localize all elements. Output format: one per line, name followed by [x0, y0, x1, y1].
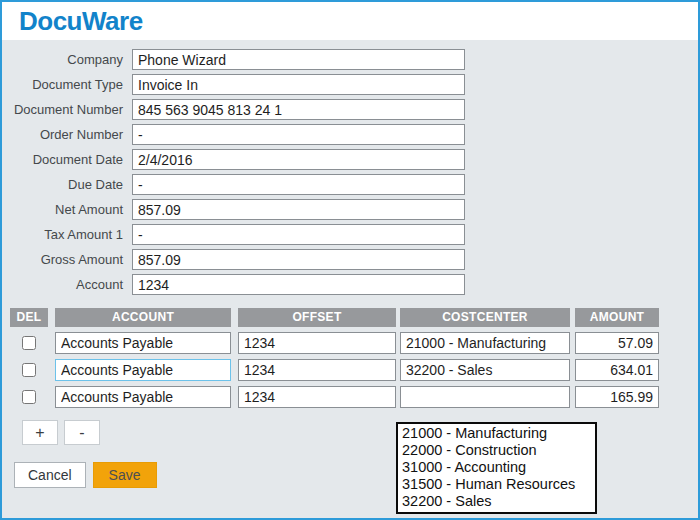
form-row-document-date: Document Date [2, 149, 698, 170]
save-button[interactable]: Save [93, 462, 157, 488]
form-row-document-number: Document Number [2, 99, 698, 120]
form-row-company: Company [2, 49, 698, 70]
add-row-button[interactable]: + [22, 420, 58, 445]
row1-delete-checkbox[interactable] [22, 336, 36, 350]
column-header-del: DEL [10, 308, 48, 327]
form-row-account: Account [2, 274, 698, 295]
due-date-label: Due Date [2, 177, 132, 192]
column-header-amount: AMOUNT [575, 308, 659, 327]
form-row-tax-amount: Tax Amount 1 [2, 224, 698, 245]
tax-amount-input[interactable] [132, 224, 465, 245]
row1-costcenter-input[interactable] [400, 332, 570, 354]
order-number-label: Order Number [2, 127, 132, 142]
dropdown-option-human-resources[interactable]: 31500 - Human Resources [398, 476, 595, 493]
content-area: Company Document Type Document Number Or… [2, 40, 698, 518]
form-row-net-amount: Net Amount [2, 199, 698, 220]
row3-costcenter-input[interactable] [400, 386, 570, 408]
table-row [10, 385, 698, 408]
column-header-offset: OFFSET [238, 308, 396, 327]
table-row [10, 331, 698, 354]
row2-amount-input[interactable] [575, 359, 659, 381]
row2-costcenter-input[interactable] [400, 359, 570, 381]
company-label: Company [2, 52, 132, 67]
costcenter-dropdown: 21000 - Manufacturing 22000 - Constructi… [396, 422, 597, 514]
dropdown-option-construction[interactable]: 22000 - Construction [398, 442, 595, 459]
row3-account-input[interactable] [55, 386, 231, 408]
company-input[interactable] [132, 49, 465, 70]
remove-row-button[interactable]: - [64, 420, 100, 445]
column-header-costcenter: COSTCENTER [400, 308, 570, 327]
row3-delete-checkbox[interactable] [22, 390, 36, 404]
row1-offset-input[interactable] [238, 332, 396, 354]
column-header-account: ACCOUNT [55, 308, 231, 327]
form-row-document-type: Document Type [2, 74, 698, 95]
net-amount-input[interactable] [132, 199, 465, 220]
document-date-input[interactable] [132, 149, 465, 170]
gross-amount-label: Gross Amount [2, 252, 132, 267]
document-date-label: Document Date [2, 152, 132, 167]
index-form: Company Document Type Document Number Or… [2, 40, 698, 295]
order-number-input[interactable] [132, 124, 465, 145]
gross-amount-input[interactable] [132, 249, 465, 270]
document-number-label: Document Number [2, 102, 132, 117]
form-row-due-date: Due Date [2, 174, 698, 195]
row1-amount-input[interactable] [575, 332, 659, 354]
account-label: Account [2, 277, 132, 292]
row3-amount-input[interactable] [575, 386, 659, 408]
row1-account-input[interactable] [55, 332, 231, 354]
row2-account-input[interactable] [55, 359, 231, 381]
account-input[interactable] [132, 274, 465, 295]
document-type-label: Document Type [2, 77, 132, 92]
row3-offset-input[interactable] [238, 386, 396, 408]
due-date-input[interactable] [132, 174, 465, 195]
net-amount-label: Net Amount [2, 202, 132, 217]
cancel-button[interactable]: Cancel [14, 462, 86, 488]
row2-offset-input[interactable] [238, 359, 396, 381]
dropdown-option-accounting[interactable]: 31000 - Accounting [398, 459, 595, 476]
form-row-gross-amount: Gross Amount [2, 249, 698, 270]
dropdown-option-sales[interactable]: 32200 - Sales [398, 493, 595, 510]
app-header: DocuWare [2, 2, 698, 40]
docuware-window: DocuWare Company Document Type Document … [0, 0, 700, 520]
form-row-order-number: Order Number [2, 124, 698, 145]
docuware-logo: DocuWare [19, 6, 143, 37]
document-number-input[interactable] [132, 99, 465, 120]
table-row [10, 358, 698, 381]
table-header-row: DEL ACCOUNT OFFSET COSTCENTER AMOUNT [10, 308, 698, 327]
tax-amount-label: Tax Amount 1 [2, 227, 132, 242]
dropdown-option-manufacturing[interactable]: 21000 - Manufacturing [398, 425, 595, 442]
document-type-input[interactable] [132, 74, 465, 95]
row2-delete-checkbox[interactable] [22, 363, 36, 377]
